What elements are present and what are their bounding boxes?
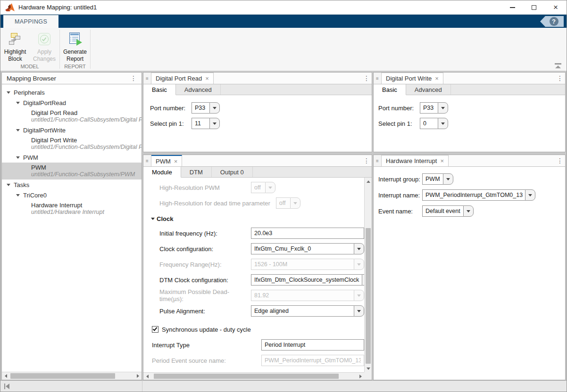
tree-item-pwm-selected[interactable]: PWM untitled1/Function-CallSubsystem/PWM: [2, 163, 142, 180]
tree-item-digital-port-read[interactable]: Digital Port Read untitled1/Function-Cal…: [2, 108, 142, 125]
close-tab-icon[interactable]: ×: [435, 75, 439, 82]
scroll-down-button[interactable]: [365, 365, 372, 372]
tree-item-digitalportread[interactable]: DigitalPortRead: [2, 98, 142, 108]
tab-module[interactable]: Module: [143, 167, 181, 178]
interrupt-name-dropdown[interactable]: PWM_PeriodInterrupt_GtmTOM0_13: [422, 189, 535, 201]
tab-advanced[interactable]: Advanced: [176, 84, 221, 95]
scroll-up-button[interactable]: [365, 178, 372, 185]
clock-configuration-dropdown[interactable]: IfxGtm_Cmu_Fxclk_0: [251, 243, 364, 254]
pwm-vertical-scrollbar[interactable]: [364, 178, 372, 372]
tab-digital-port-read[interactable]: Digital Port Read ×: [151, 73, 214, 84]
pwm-horizontal-scrollbar[interactable]: [143, 372, 364, 380]
close-tab-icon[interactable]: ×: [205, 75, 209, 82]
tab-basic[interactable]: Basic: [143, 84, 176, 95]
scrollbar-thumb[interactable]: [154, 374, 339, 379]
collapse-triangle-icon[interactable]: [7, 91, 10, 94]
scroll-right-button[interactable]: [357, 373, 364, 380]
tab-hardware-interrupt[interactable]: Hardware Interrupt ×: [382, 155, 449, 166]
tree-item-tricore0[interactable]: TriCore0: [2, 190, 142, 200]
collapse-triangle-icon[interactable]: [151, 218, 155, 220]
port-number-label: Port number:: [150, 105, 192, 112]
collapse-triangle-icon[interactable]: [7, 184, 10, 186]
collapse-triangle-icon[interactable]: [16, 194, 20, 196]
select-pin-dropdown[interactable]: 0: [420, 118, 448, 129]
chevron-down-icon[interactable]: [463, 205, 474, 217]
chevron-down-icon[interactable]: [354, 243, 364, 254]
panel-menu-icon[interactable]: ⋮: [555, 157, 565, 164]
panel-menu-icon[interactable]: ⋮: [361, 75, 372, 82]
interrupt-type-row: Interrupt Type: [152, 339, 364, 351]
select-pin-label: Select pin 1:: [150, 120, 192, 127]
initial-frequency-input[interactable]: [251, 228, 364, 239]
tab-output-0[interactable]: Output 0: [212, 167, 253, 177]
scrollbar-thumb[interactable]: [366, 228, 371, 364]
panel-menu-icon[interactable]: ⋮: [555, 75, 565, 82]
dock-left-icon[interactable]: [4, 384, 9, 389]
generate-report-button[interactable]: Generate Report: [60, 30, 90, 64]
interrupt-type-input[interactable]: [261, 339, 364, 351]
tab-mappings[interactable]: MAPPINGS: [3, 15, 59, 28]
chevron-down-icon[interactable]: [525, 189, 535, 201]
chevron-down-icon[interactable]: [209, 118, 220, 129]
pwm-form: High-Resolution PWM off High-Resolution …: [143, 178, 364, 372]
scroll-left-button[interactable]: [143, 373, 151, 380]
chevron-down-icon[interactable]: [438, 102, 448, 114]
frequency-range-dropdown: 1526 - 100M: [251, 259, 364, 270]
scroll-right-button[interactable]: [134, 372, 142, 380]
tab-list-icon[interactable]: ≡: [143, 73, 151, 84]
tree-item-digitalportwrite[interactable]: DigitalPortWrite: [2, 125, 142, 135]
hardware-interrupt-tabbar: ≡ Hardware Interrupt × ⋮: [374, 155, 565, 167]
pwm-body: High-Resolution PWM off High-Resolution …: [143, 178, 372, 380]
collapse-ribbon-button[interactable]: [554, 63, 562, 69]
synchronous-update-checkbox[interactable]: [152, 326, 158, 333]
period-event-source-label: Period Event source name:: [152, 357, 261, 364]
collapse-triangle-icon[interactable]: [16, 156, 20, 159]
scrollbar-thumb[interactable]: [10, 373, 115, 379]
tab-list-icon[interactable]: ≡: [374, 73, 382, 84]
chevron-down-icon[interactable]: [443, 173, 453, 185]
tab-list-icon[interactable]: ≡: [374, 155, 382, 166]
tab-advanced[interactable]: Advanced: [406, 84, 451, 95]
tab-basic[interactable]: Basic: [374, 84, 406, 95]
chevron-down-icon: [354, 290, 364, 301]
tree-item-peripherals[interactable]: Peripherals: [2, 87, 142, 98]
port-number-dropdown[interactable]: P33: [192, 102, 220, 114]
highlight-block-button[interactable]: Highlight Block: [0, 30, 30, 64]
minimize-button[interactable]: [501, 0, 523, 14]
tree-item-tasks[interactable]: Tasks: [2, 180, 142, 190]
panel-menu-icon[interactable]: ⋮: [361, 157, 372, 164]
tab-digital-port-write[interactable]: Digital Port Write ×: [382, 73, 443, 84]
close-button[interactable]: ×: [545, 0, 567, 14]
interrupt-group-dropdown[interactable]: PWM: [422, 173, 532, 185]
port-number-dropdown[interactable]: P33: [420, 102, 448, 114]
chevron-down-icon[interactable]: [438, 118, 448, 129]
port-write-form: Port number: P33 Select pin 1: 0: [374, 95, 565, 152]
tree-item-hardware-interrupt[interactable]: Hardware Interrupt untitled1/Hardware In…: [2, 200, 142, 217]
event-name-dropdown[interactable]: Default event: [422, 205, 532, 217]
close-tab-icon[interactable]: ×: [174, 158, 178, 165]
chevron-down-icon[interactable]: [209, 102, 220, 114]
collapse-triangle-icon[interactable]: [16, 102, 20, 104]
tree-item-digital-port-write[interactable]: Digital Port Write untitled1/Function-Ca…: [2, 135, 142, 152]
interrupt-name-label: Interrupt name:: [378, 192, 422, 199]
collapse-triangle-icon[interactable]: [16, 129, 20, 131]
pulse-alignment-dropdown[interactable]: Edge aligned: [251, 305, 364, 317]
chevron-down-icon[interactable]: [354, 305, 364, 317]
dtm-clock-configuration-dropdown[interactable]: IfxGtm_Dtm_ClockSource_systemClock: [251, 274, 364, 286]
hardware-mapping-window: Hardware Mapping: untitled1 × MAPPINGS ?…: [0, 0, 567, 392]
help-button[interactable]: ?: [540, 16, 564, 27]
maximum-dead-time-label: Maximum Possible Dead-time(µs):: [159, 288, 251, 302]
tab-pwm[interactable]: PWM ×: [151, 155, 182, 166]
select-pin-dropdown[interactable]: 11: [192, 118, 220, 129]
interrupt-name-row: Interrupt name: PWM_PeriodInterrupt_GtmT…: [378, 189, 565, 201]
tab-list-icon[interactable]: ≡: [143, 155, 151, 166]
tab-dtm[interactable]: DTM: [181, 167, 212, 177]
maximize-button[interactable]: [523, 0, 545, 14]
clock-section-header[interactable]: Clock: [151, 213, 364, 224]
close-tab-icon[interactable]: ×: [440, 157, 444, 164]
browser-horizontal-scrollbar[interactable]: [2, 372, 142, 380]
tree-item-pwm-group[interactable]: PWM: [2, 152, 142, 163]
panel-menu-icon[interactable]: ⋮: [128, 75, 139, 82]
scroll-left-button[interactable]: [2, 372, 9, 380]
interrupt-type-label: Interrupt Type: [152, 342, 261, 349]
